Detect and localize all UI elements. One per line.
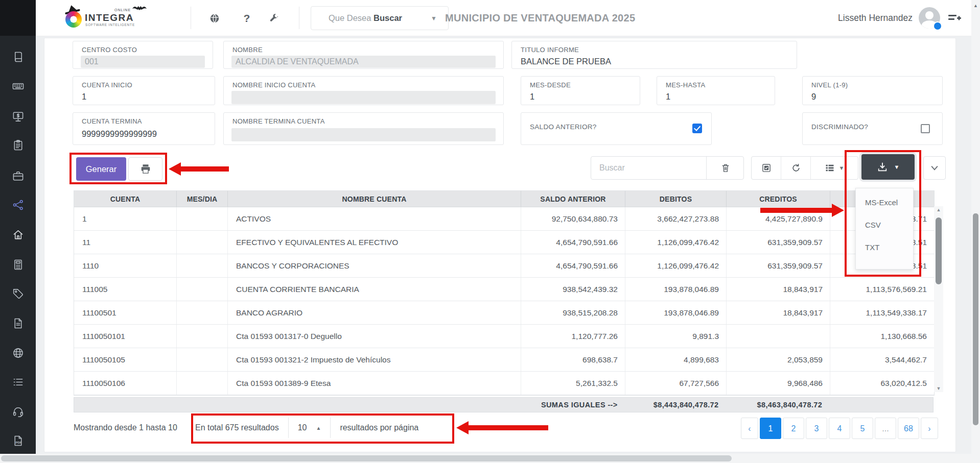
page-button-3[interactable]: 3 — [806, 418, 827, 439]
page-button-...[interactable]: ... — [875, 418, 896, 439]
clear-search-button[interactable] — [707, 157, 743, 179]
cuenta-inicio-input[interactable]: 1 — [82, 92, 86, 102]
column-header-MES/DIA[interactable]: MES/DIA — [177, 191, 228, 207]
field-label: MES-DESDE — [530, 81, 571, 89]
cell-mes_dia — [177, 278, 228, 301]
pagination: ‹12345...68› — [741, 418, 940, 439]
page-button-1[interactable]: 1 — [760, 418, 781, 439]
sidebar-item-cash-display[interactable] — [0, 105, 36, 128]
print-button[interactable] — [128, 157, 162, 181]
page-button-5[interactable]: 5 — [852, 418, 873, 439]
table-row[interactable]: 1ACTIVOS92,750,634,880.733,662,427,273.8… — [74, 207, 934, 231]
column-header-DEBITOS[interactable]: DEBITOS — [625, 191, 727, 207]
export-option-txt[interactable]: TXT — [856, 236, 913, 259]
table-row[interactable]: 11EFECTIVO Y EQUIVALENTES AL EFECTIVO4,6… — [74, 231, 934, 254]
table-row[interactable]: 1110050105Cta 01593 001321-2 Impuesto de… — [74, 348, 934, 372]
column-header-CREDITOS[interactable]: CREDITOS — [727, 191, 830, 207]
trash-icon — [720, 163, 731, 173]
field-label: CUENTA INICIO — [82, 81, 132, 89]
scroll-up-arrow[interactable]: ▲ — [934, 207, 943, 212]
discriminado-checkbox[interactable] — [921, 124, 930, 133]
sidebar-item-document[interactable] — [0, 312, 36, 334]
sidebar-item-home[interactable] — [0, 223, 36, 246]
book-icon — [12, 51, 24, 63]
divider — [191, 7, 191, 29]
prev-page-button[interactable]: ‹ — [741, 418, 758, 439]
cell-cuenta: 11 — [74, 231, 177, 254]
sidebar-item-network[interactable] — [0, 193, 36, 216]
page-button-4[interactable]: 4 — [829, 418, 850, 439]
download-icon — [877, 161, 888, 173]
field-nombre-inicio-cuenta: NOMBRE INICIO CUENTA — [223, 76, 504, 105]
scroll-up-arrow[interactable]: ▲ — [971, 3, 980, 8]
column-header-SALDO ANTERIOR[interactable]: SALDO ANTERIOR — [521, 191, 625, 207]
page-button-68[interactable]: 68 — [898, 418, 919, 439]
cell-nombre: CUENTA CORRIENTE BANCARIA — [228, 278, 521, 301]
globe-icon[interactable] — [207, 11, 222, 26]
table-row[interactable]: 111005CUENTA CORRIENTE BANCARIA938,542,4… — [74, 278, 934, 301]
table-row[interactable]: 1110050106Cta 01593 001389-9 Etesa5,261,… — [74, 372, 934, 395]
export-option-csv[interactable]: CSV — [856, 214, 913, 236]
next-page-button[interactable]: › — [921, 418, 938, 439]
sidebar-item-keyboard[interactable] — [0, 75, 36, 97]
mes-desde-input[interactable]: 1 — [530, 92, 534, 102]
page-title: MUNICIPIO DE VENTAQUEMADA 2025 — [445, 0, 635, 36]
sidebar-item-calculator[interactable] — [0, 253, 36, 276]
mes-hasta-input[interactable]: 1 — [666, 92, 670, 102]
sidebar-item-headset[interactable] — [0, 400, 36, 423]
cell-mes_dia — [177, 231, 228, 254]
tag-icon — [12, 288, 24, 300]
logo-tagline: SOFTWARE INTELIGENTE — [85, 23, 135, 27]
columns-button[interactable]: ▼ — [811, 157, 858, 179]
saldo-anterior-checkbox[interactable] — [692, 124, 702, 133]
cell-debitos: 193,878,046.89 — [625, 301, 727, 324]
sidebar-item-tag[interactable] — [0, 282, 36, 305]
calculator-icon — [12, 259, 24, 271]
table-search-input[interactable] — [598, 160, 703, 176]
sidebar-item-list[interactable] — [0, 371, 36, 393]
divider — [299, 7, 299, 29]
nombre-termina-cuenta-input — [231, 128, 496, 141]
help-icon[interactable]: ? — [240, 11, 254, 26]
global-search-select[interactable]: Que Desea Buscar ▼ — [311, 6, 449, 30]
sidebar-item-file-pdf[interactable]: PDF — [0, 429, 36, 452]
export-option-ms-excel[interactable]: MS-Excel — [856, 191, 913, 214]
column-header-CUENTA[interactable]: CUENTA — [74, 191, 177, 207]
table-scrollbar-thumb[interactable] — [936, 217, 942, 284]
export-button[interactable]: ▼ — [861, 154, 915, 180]
scroll-down-arrow[interactable]: ▼ — [934, 386, 943, 391]
refresh-icon — [791, 163, 801, 173]
wrench-icon[interactable] — [266, 11, 281, 26]
page-hscrollbar-thumb[interactable] — [1, 455, 732, 461]
titulo-informe-input[interactable]: BALANCE DE PRUEBA — [521, 57, 611, 66]
column-header-NOMBRE CUENTA[interactable]: NOMBRE CUENTA — [228, 191, 521, 207]
refresh-button[interactable] — [781, 157, 811, 179]
field-discriminado: DISCRIMINADO? — [802, 112, 943, 145]
page-button-2[interactable]: 2 — [783, 418, 804, 439]
logo-swirl-icon — [65, 11, 82, 28]
page-size-select[interactable]: 10 ▲ — [298, 423, 321, 432]
sidebar-item-globe[interactable] — [0, 342, 36, 364]
cell-creditos — [727, 325, 830, 348]
table-row[interactable]: 11100501BANCO AGRARIO938,515,208.28193,8… — [74, 301, 934, 325]
cell-nombre: EFECTIVO Y EQUIVALENTES AL EFECTIVO — [228, 231, 521, 254]
chevron-down-icon: ▼ — [431, 15, 437, 22]
table-row[interactable]: 1110BANCOS Y CORPORACIONES4,654,790,591.… — [74, 254, 934, 278]
cell-cuenta: 1110050105 — [74, 348, 177, 371]
page-scrollbar-thumb[interactable] — [973, 213, 978, 425]
cell-debitos: 1,126,099,476.42 — [625, 231, 727, 254]
collapse-button[interactable] — [923, 156, 946, 180]
sidebar-item-briefcase[interactable] — [0, 164, 36, 187]
cuenta-termina-input[interactable]: 9999999999999999 — [82, 129, 157, 139]
table-row[interactable]: 1110050101Cta 01593 001317-0 Deguello1,1… — [74, 325, 934, 348]
cell-mes_dia — [177, 372, 228, 395]
add-shortcut-icon[interactable] — [947, 13, 962, 24]
generar-button[interactable]: Generar — [76, 157, 126, 181]
select-rows-button[interactable] — [752, 157, 781, 179]
sidebar-logo-corner — [0, 0, 36, 36]
nivel-input[interactable]: 9 — [811, 92, 816, 102]
sidebar-item-book[interactable] — [0, 45, 36, 68]
sidebar-item-clipboard[interactable] — [0, 134, 36, 156]
centro-costo-input: 001 — [81, 56, 205, 68]
cell-nombre: Cta 01593 001317-0 Deguello — [228, 325, 521, 348]
